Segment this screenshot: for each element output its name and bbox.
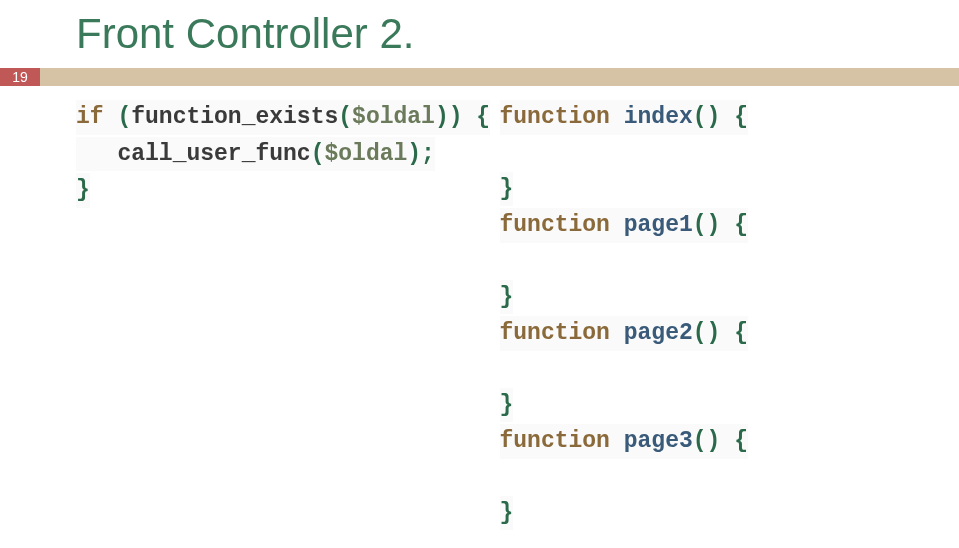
parens: () xyxy=(693,320,734,346)
page-number-badge: 19 xyxy=(0,68,40,86)
code-line: function page3() { xyxy=(500,424,748,459)
paren: ) xyxy=(449,104,477,130)
paren: ) xyxy=(435,104,449,130)
function-call: function_exists xyxy=(131,104,338,130)
keyword-if: if xyxy=(76,104,104,130)
function-name: page1 xyxy=(610,212,693,238)
keyword-function: function xyxy=(500,212,610,238)
parens: () xyxy=(693,428,734,454)
paren: ( xyxy=(311,141,325,167)
function-name: index xyxy=(610,104,693,130)
variable: $oldal xyxy=(352,104,435,130)
paren: ( xyxy=(104,104,132,130)
code-column-right: function index() { } function page1() { … xyxy=(480,100,960,532)
brace: { xyxy=(734,104,748,130)
brace: { xyxy=(734,212,748,238)
code-line: } xyxy=(76,173,90,208)
paren: ); xyxy=(407,141,435,167)
function-name: page3 xyxy=(610,428,693,454)
parens: () xyxy=(693,104,734,130)
code-line: } xyxy=(500,496,514,531)
parens: () xyxy=(693,212,734,238)
paren: ( xyxy=(338,104,352,130)
code-line: } xyxy=(500,388,514,423)
keyword-function: function xyxy=(500,320,610,346)
accent-bar xyxy=(40,68,959,86)
code-line: function index() { xyxy=(500,100,748,135)
slide-content: if (function_exists($oldal)) { call_user… xyxy=(0,100,959,532)
slide-title: Front Controller 2. xyxy=(0,0,959,58)
variable: $oldal xyxy=(324,141,407,167)
code-line: } xyxy=(500,280,514,315)
code-line: function page2() { xyxy=(500,316,748,351)
function-call: call_user_func xyxy=(117,141,310,167)
indent xyxy=(76,141,117,167)
code-line: function page1() { xyxy=(500,208,748,243)
function-name: page2 xyxy=(610,320,693,346)
keyword-function: function xyxy=(500,104,610,130)
keyword-function: function xyxy=(500,428,610,454)
brace: { xyxy=(734,320,748,346)
code-line: if (function_exists($oldal)) { xyxy=(76,100,490,135)
code-line: } xyxy=(500,172,514,207)
code-column-left: if (function_exists($oldal)) { call_user… xyxy=(0,100,480,532)
brace: { xyxy=(734,428,748,454)
code-line: call_user_func($oldal); xyxy=(76,137,435,172)
